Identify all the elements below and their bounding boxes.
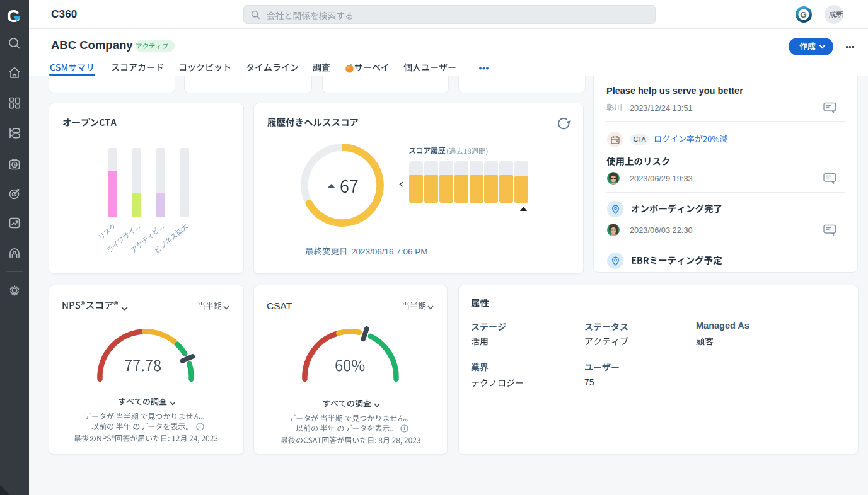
svg-text:G: G xyxy=(800,10,807,20)
